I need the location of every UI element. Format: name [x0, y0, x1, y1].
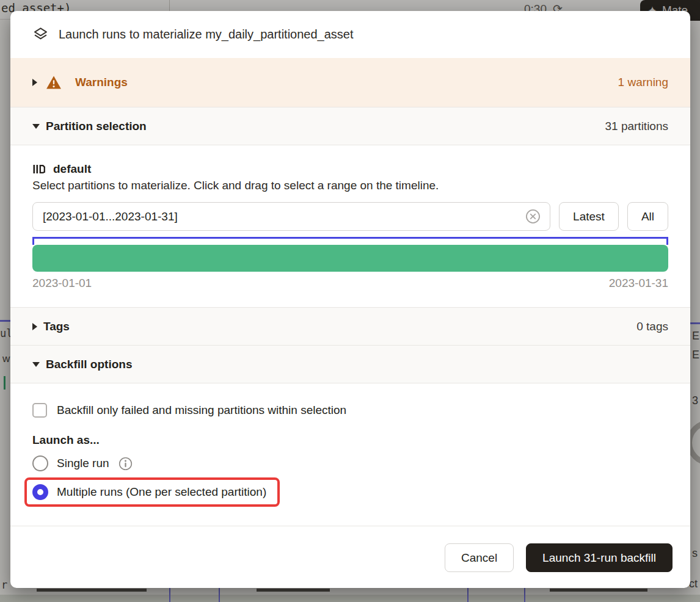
partition-range-value: [2023-01-01...2023-01-31]	[43, 210, 525, 223]
launch-as-label: Launch as...	[32, 433, 668, 447]
warnings-label: Warnings	[75, 76, 128, 89]
launch-backfill-button[interactable]: Launch 31-run backfill	[526, 543, 673, 572]
failed-missing-option-row: Backfill only failed and missing partiti…	[32, 403, 668, 418]
partition-dimension-row: default	[32, 162, 668, 176]
all-button[interactable]: All	[627, 202, 668, 231]
info-icon[interactable]	[118, 456, 133, 471]
partition-picker-description: Select partitions to materialize. Click …	[32, 179, 668, 192]
chevron-right-icon	[32, 323, 37, 330]
partition-count: 31 partitions	[605, 120, 668, 133]
backfill-options-header[interactable]: Backfill options	[10, 346, 690, 383]
multiple-runs-radio[interactable]	[32, 484, 48, 500]
warning-triangle-icon	[46, 75, 62, 90]
selection-bracket	[32, 237, 668, 245]
partition-selection-label: Partition selection	[46, 120, 147, 133]
highlight-annotation-box: Multiple runs (One per selected partitio…	[24, 477, 280, 507]
backfill-options-label: Backfill options	[46, 358, 132, 371]
failed-missing-checkbox-label[interactable]: Backfill only failed and missing partiti…	[57, 404, 346, 417]
single-run-radio[interactable]	[32, 455, 48, 471]
single-run-label[interactable]: Single run	[57, 457, 109, 470]
partition-controls: [2023-01-01...2023-01-31] Latest All	[32, 202, 668, 231]
partition-dimension-icon	[32, 162, 46, 176]
latest-button[interactable]: Latest	[559, 202, 619, 231]
clear-input-icon[interactable]	[525, 208, 541, 225]
partition-selection-header[interactable]: Partition selection 31 partitions	[10, 107, 690, 145]
tags-label: Tags	[43, 320, 70, 333]
dialog-header: Launch runs to materialize my_daily_part…	[10, 11, 690, 58]
tags-count: 0 tags	[636, 320, 668, 333]
dialog-title: Launch runs to materialize my_daily_part…	[59, 27, 354, 42]
partition-dimension-name: default	[53, 162, 91, 176]
single-run-option-row: Single run	[32, 455, 668, 471]
range-end-label: 2023-01-31	[609, 277, 668, 290]
partition-range-input[interactable]: [2023-01-01...2023-01-31]	[32, 202, 550, 231]
chevron-down-icon	[32, 362, 40, 367]
chevron-right-icon	[32, 79, 37, 86]
range-start-label: 2023-01-01	[32, 277, 92, 290]
partition-timeline-bar[interactable]	[32, 245, 668, 272]
materialize-stack-icon	[32, 26, 49, 43]
cancel-button[interactable]: Cancel	[445, 543, 514, 572]
launch-backfill-dialog: Launch runs to materialize my_daily_part…	[10, 11, 690, 588]
tags-section-header[interactable]: Tags 0 tags	[10, 307, 690, 346]
chevron-down-icon	[32, 124, 40, 129]
backfill-options-body: Backfill only failed and missing partiti…	[10, 383, 690, 526]
dialog-footer: Cancel Launch 31-run backfill	[10, 526, 690, 588]
timeline-date-labels: 2023-01-01 2023-01-31	[32, 277, 668, 307]
failed-missing-checkbox[interactable]	[32, 403, 47, 418]
partition-picker: default Select partitions to materialize…	[10, 145, 690, 307]
warnings-section-header[interactable]: Warnings 1 warning	[10, 58, 690, 107]
multiple-runs-label[interactable]: Multiple runs (One per selected partitio…	[57, 485, 266, 499]
warnings-count: 1 warning	[618, 76, 668, 89]
